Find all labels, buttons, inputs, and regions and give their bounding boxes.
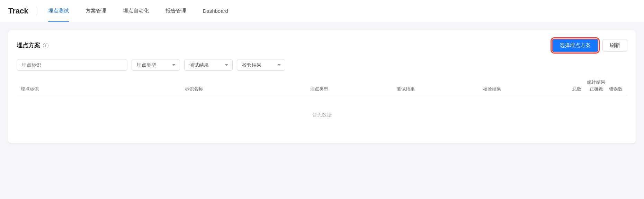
identifier-search-input[interactable] [17, 59, 127, 71]
col-stats-group: 统计结果 总数 正确数 错误数 [565, 79, 627, 92]
nav-menu: 埋点测试 方案管理 埋点自动化 报告管理 Dashboard [40, 0, 236, 22]
card-title-area: 埋点方案 i [17, 41, 48, 49]
nav-item-dashboard[interactable]: Dashboard [195, 0, 236, 22]
logo: Track [8, 7, 37, 16]
col-verify-result: 校验结果 [479, 86, 565, 92]
col-total: 总数 [567, 86, 587, 92]
col-identifier: 埋点标识 [17, 86, 181, 92]
col-type: 埋点类型 [306, 86, 392, 92]
select-plan-button[interactable]: 选择埋点方案 [552, 39, 598, 52]
card-actions: 选择埋点方案 刷新 [552, 39, 627, 52]
nav-item-automation[interactable]: 埋点自动化 [115, 0, 157, 22]
col-correct: 正确数 [587, 86, 606, 92]
track-plan-card: 埋点方案 i 选择埋点方案 刷新 埋点类型 测试结果 校验结果 埋点标识 标 [8, 30, 636, 143]
table-header: 埋点标识 标识名称 埋点类型 测试结果 校验结果 统计结果 总数 正确数 错误数 [17, 79, 627, 95]
empty-state: 暂无数据 [17, 95, 627, 135]
test-result-filter-select[interactable]: 测试结果 [184, 59, 233, 71]
col-name: 标识名称 [181, 86, 306, 92]
main-content: 埋点方案 i 选择埋点方案 刷新 埋点类型 测试结果 校验结果 埋点标识 标 [0, 22, 644, 151]
info-icon: i [43, 43, 48, 48]
refresh-button[interactable]: 刷新 [602, 39, 627, 52]
type-filter-select[interactable]: 埋点类型 [132, 59, 180, 71]
col-error: 错误数 [606, 86, 625, 92]
verify-result-filter-select[interactable]: 校验结果 [237, 59, 285, 71]
header: Track 埋点测试 方案管理 埋点自动化 报告管理 Dashboard [0, 0, 644, 22]
stats-group-label: 统计结果 [587, 79, 605, 85]
col-test-result: 测试结果 [393, 86, 479, 92]
stats-sub-row: 总数 正确数 错误数 [567, 86, 625, 92]
nav-item-plan-manage[interactable]: 方案管理 [77, 0, 115, 22]
card-title-text: 埋点方案 [17, 41, 40, 49]
nav-item-report[interactable]: 报告管理 [157, 0, 195, 22]
nav-item-track-test[interactable]: 埋点测试 [40, 0, 77, 22]
filter-row: 埋点类型 测试结果 校验结果 [17, 59, 627, 71]
card-header: 埋点方案 i 选择埋点方案 刷新 [17, 39, 627, 52]
